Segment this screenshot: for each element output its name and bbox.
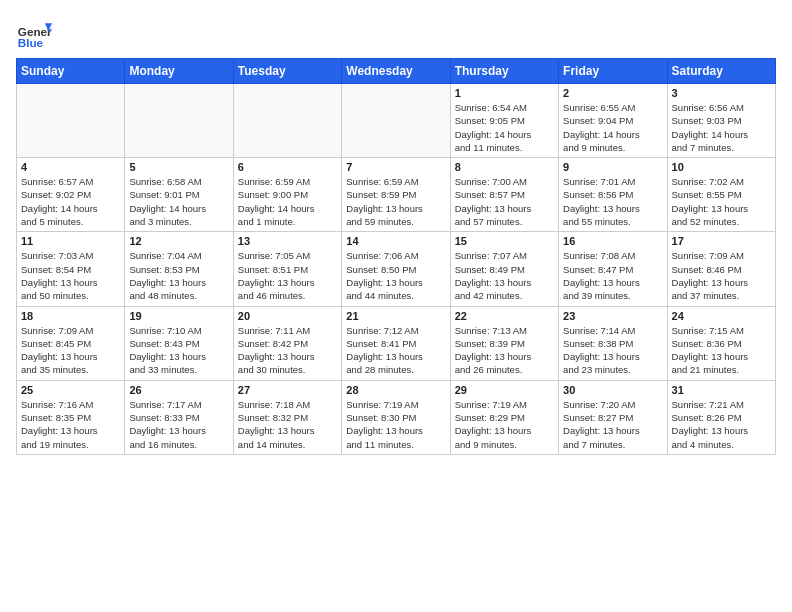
day-info: Sunrise: 6:55 AM Sunset: 9:04 PM Dayligh… <box>563 101 662 154</box>
day-cell-8: 8Sunrise: 7:00 AM Sunset: 8:57 PM Daylig… <box>450 158 558 232</box>
day-cell-19: 19Sunrise: 7:10 AM Sunset: 8:43 PM Dayli… <box>125 306 233 380</box>
day-info: Sunrise: 7:13 AM Sunset: 8:39 PM Dayligh… <box>455 324 554 377</box>
day-cell-13: 13Sunrise: 7:05 AM Sunset: 8:51 PM Dayli… <box>233 232 341 306</box>
day-info: Sunrise: 7:15 AM Sunset: 8:36 PM Dayligh… <box>672 324 771 377</box>
day-cell-6: 6Sunrise: 6:59 AM Sunset: 9:00 PM Daylig… <box>233 158 341 232</box>
day-info: Sunrise: 7:08 AM Sunset: 8:47 PM Dayligh… <box>563 249 662 302</box>
day-number: 9 <box>563 161 662 173</box>
day-number: 18 <box>21 310 120 322</box>
day-number: 17 <box>672 235 771 247</box>
weekday-header-row: SundayMondayTuesdayWednesdayThursdayFrid… <box>17 59 776 84</box>
day-cell-empty <box>125 84 233 158</box>
day-cell-11: 11Sunrise: 7:03 AM Sunset: 8:54 PM Dayli… <box>17 232 125 306</box>
day-info: Sunrise: 7:02 AM Sunset: 8:55 PM Dayligh… <box>672 175 771 228</box>
day-cell-10: 10Sunrise: 7:02 AM Sunset: 8:55 PM Dayli… <box>667 158 775 232</box>
day-cell-18: 18Sunrise: 7:09 AM Sunset: 8:45 PM Dayli… <box>17 306 125 380</box>
day-info: Sunrise: 7:05 AM Sunset: 8:51 PM Dayligh… <box>238 249 337 302</box>
day-cell-29: 29Sunrise: 7:19 AM Sunset: 8:29 PM Dayli… <box>450 380 558 454</box>
day-cell-empty <box>17 84 125 158</box>
day-cell-3: 3Sunrise: 6:56 AM Sunset: 9:03 PM Daylig… <box>667 84 775 158</box>
logo-icon: General Blue <box>16 16 52 52</box>
day-cell-12: 12Sunrise: 7:04 AM Sunset: 8:53 PM Dayli… <box>125 232 233 306</box>
day-cell-14: 14Sunrise: 7:06 AM Sunset: 8:50 PM Dayli… <box>342 232 450 306</box>
day-info: Sunrise: 7:20 AM Sunset: 8:27 PM Dayligh… <box>563 398 662 451</box>
day-cell-4: 4Sunrise: 6:57 AM Sunset: 9:02 PM Daylig… <box>17 158 125 232</box>
day-number: 12 <box>129 235 228 247</box>
day-cell-21: 21Sunrise: 7:12 AM Sunset: 8:41 PM Dayli… <box>342 306 450 380</box>
logo: General Blue <box>16 16 52 52</box>
week-row-5: 25Sunrise: 7:16 AM Sunset: 8:35 PM Dayli… <box>17 380 776 454</box>
day-info: Sunrise: 7:17 AM Sunset: 8:33 PM Dayligh… <box>129 398 228 451</box>
day-cell-23: 23Sunrise: 7:14 AM Sunset: 8:38 PM Dayli… <box>559 306 667 380</box>
day-number: 10 <box>672 161 771 173</box>
week-row-2: 4Sunrise: 6:57 AM Sunset: 9:02 PM Daylig… <box>17 158 776 232</box>
day-cell-24: 24Sunrise: 7:15 AM Sunset: 8:36 PM Dayli… <box>667 306 775 380</box>
weekday-header-saturday: Saturday <box>667 59 775 84</box>
day-number: 7 <box>346 161 445 173</box>
day-number: 11 <box>21 235 120 247</box>
week-row-4: 18Sunrise: 7:09 AM Sunset: 8:45 PM Dayli… <box>17 306 776 380</box>
page-header: General Blue <box>16 16 776 52</box>
day-info: Sunrise: 7:09 AM Sunset: 8:45 PM Dayligh… <box>21 324 120 377</box>
day-info: Sunrise: 7:09 AM Sunset: 8:46 PM Dayligh… <box>672 249 771 302</box>
day-number: 5 <box>129 161 228 173</box>
day-number: 22 <box>455 310 554 322</box>
day-info: Sunrise: 6:56 AM Sunset: 9:03 PM Dayligh… <box>672 101 771 154</box>
day-number: 6 <box>238 161 337 173</box>
day-number: 19 <box>129 310 228 322</box>
day-info: Sunrise: 6:54 AM Sunset: 9:05 PM Dayligh… <box>455 101 554 154</box>
day-info: Sunrise: 6:59 AM Sunset: 9:00 PM Dayligh… <box>238 175 337 228</box>
day-number: 21 <box>346 310 445 322</box>
day-info: Sunrise: 7:16 AM Sunset: 8:35 PM Dayligh… <box>21 398 120 451</box>
day-info: Sunrise: 7:11 AM Sunset: 8:42 PM Dayligh… <box>238 324 337 377</box>
day-info: Sunrise: 7:04 AM Sunset: 8:53 PM Dayligh… <box>129 249 228 302</box>
day-cell-16: 16Sunrise: 7:08 AM Sunset: 8:47 PM Dayli… <box>559 232 667 306</box>
day-number: 29 <box>455 384 554 396</box>
day-cell-22: 22Sunrise: 7:13 AM Sunset: 8:39 PM Dayli… <box>450 306 558 380</box>
day-cell-17: 17Sunrise: 7:09 AM Sunset: 8:46 PM Dayli… <box>667 232 775 306</box>
day-info: Sunrise: 7:12 AM Sunset: 8:41 PM Dayligh… <box>346 324 445 377</box>
day-number: 27 <box>238 384 337 396</box>
day-cell-28: 28Sunrise: 7:19 AM Sunset: 8:30 PM Dayli… <box>342 380 450 454</box>
day-info: Sunrise: 7:19 AM Sunset: 8:30 PM Dayligh… <box>346 398 445 451</box>
day-info: Sunrise: 7:06 AM Sunset: 8:50 PM Dayligh… <box>346 249 445 302</box>
day-number: 26 <box>129 384 228 396</box>
day-cell-26: 26Sunrise: 7:17 AM Sunset: 8:33 PM Dayli… <box>125 380 233 454</box>
day-info: Sunrise: 7:01 AM Sunset: 8:56 PM Dayligh… <box>563 175 662 228</box>
weekday-header-monday: Monday <box>125 59 233 84</box>
weekday-header-thursday: Thursday <box>450 59 558 84</box>
day-cell-27: 27Sunrise: 7:18 AM Sunset: 8:32 PM Dayli… <box>233 380 341 454</box>
day-number: 15 <box>455 235 554 247</box>
day-info: Sunrise: 7:14 AM Sunset: 8:38 PM Dayligh… <box>563 324 662 377</box>
day-info: Sunrise: 7:18 AM Sunset: 8:32 PM Dayligh… <box>238 398 337 451</box>
weekday-header-wednesday: Wednesday <box>342 59 450 84</box>
day-cell-30: 30Sunrise: 7:20 AM Sunset: 8:27 PM Dayli… <box>559 380 667 454</box>
day-cell-1: 1Sunrise: 6:54 AM Sunset: 9:05 PM Daylig… <box>450 84 558 158</box>
week-row-3: 11Sunrise: 7:03 AM Sunset: 8:54 PM Dayli… <box>17 232 776 306</box>
week-row-1: 1Sunrise: 6:54 AM Sunset: 9:05 PM Daylig… <box>17 84 776 158</box>
day-cell-5: 5Sunrise: 6:58 AM Sunset: 9:01 PM Daylig… <box>125 158 233 232</box>
day-cell-31: 31Sunrise: 7:21 AM Sunset: 8:26 PM Dayli… <box>667 380 775 454</box>
day-number: 3 <box>672 87 771 99</box>
day-cell-7: 7Sunrise: 6:59 AM Sunset: 8:59 PM Daylig… <box>342 158 450 232</box>
day-number: 20 <box>238 310 337 322</box>
day-cell-2: 2Sunrise: 6:55 AM Sunset: 9:04 PM Daylig… <box>559 84 667 158</box>
day-number: 31 <box>672 384 771 396</box>
day-number: 14 <box>346 235 445 247</box>
day-number: 16 <box>563 235 662 247</box>
svg-text:Blue: Blue <box>18 36 44 49</box>
calendar-table: SundayMondayTuesdayWednesdayThursdayFrid… <box>16 58 776 455</box>
day-number: 30 <box>563 384 662 396</box>
day-info: Sunrise: 7:07 AM Sunset: 8:49 PM Dayligh… <box>455 249 554 302</box>
day-info: Sunrise: 7:21 AM Sunset: 8:26 PM Dayligh… <box>672 398 771 451</box>
day-cell-20: 20Sunrise: 7:11 AM Sunset: 8:42 PM Dayli… <box>233 306 341 380</box>
day-info: Sunrise: 7:10 AM Sunset: 8:43 PM Dayligh… <box>129 324 228 377</box>
day-info: Sunrise: 7:00 AM Sunset: 8:57 PM Dayligh… <box>455 175 554 228</box>
day-info: Sunrise: 7:03 AM Sunset: 8:54 PM Dayligh… <box>21 249 120 302</box>
day-info: Sunrise: 6:58 AM Sunset: 9:01 PM Dayligh… <box>129 175 228 228</box>
day-number: 2 <box>563 87 662 99</box>
day-cell-25: 25Sunrise: 7:16 AM Sunset: 8:35 PM Dayli… <box>17 380 125 454</box>
day-number: 8 <box>455 161 554 173</box>
day-number: 13 <box>238 235 337 247</box>
weekday-header-friday: Friday <box>559 59 667 84</box>
